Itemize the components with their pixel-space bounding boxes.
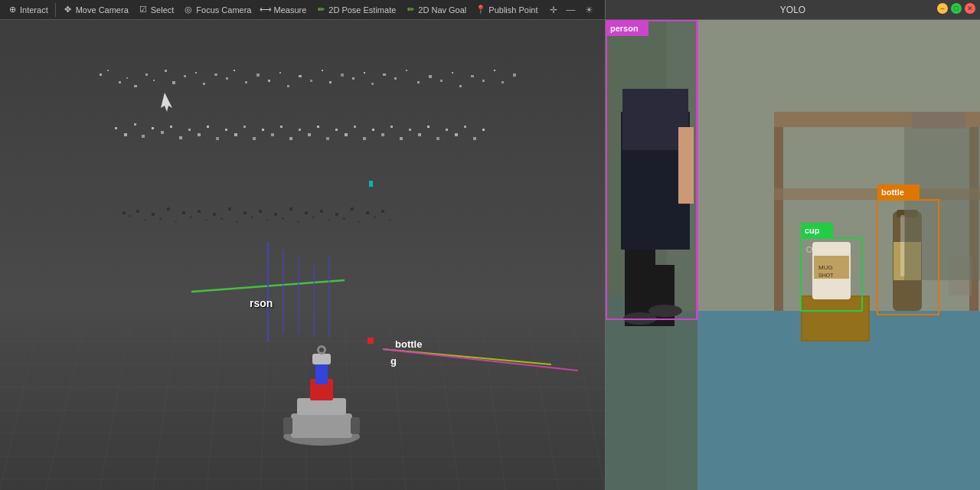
tool-2d-pose[interactable]: ✏ 2D Pose Estimate [312,3,400,17]
svg-rect-87 [312,216,315,218]
svg-text:person: person [610,24,639,33]
svg-rect-22 [107,70,109,71]
svg-rect-137 [473,137,476,140]
svg-rect-57 [471,75,474,77]
svg-rect-65 [144,219,146,221]
svg-rect-102 [152,127,154,129]
svg-rect-106 [188,129,191,131]
tool-publish-point[interactable]: 📍 Publish Point [472,3,541,17]
svg-rect-59 [494,70,495,71]
svg-rect-109 [216,137,219,140]
svg-rect-42 [310,80,312,82]
publish-point-icon: 📍 [475,5,486,15]
svg-rect-135 [455,133,458,136]
svg-rect-121 [326,137,329,140]
3d-viewport[interactable]: rson bottle g [0,20,605,490]
minus-icon[interactable]: — [564,3,579,17]
yolo-window-controls: – □ ✕ [937,3,975,14]
tool-2d-nav[interactable]: ✏ 2D Nav Goal [401,3,470,17]
svg-rect-89 [328,219,330,221]
sun-icon[interactable]: ☀ [582,3,596,17]
svg-rect-116 [280,126,283,128]
maximize-button[interactable]: □ [951,3,962,14]
nav-goal-icon: ✏ [405,5,416,15]
svg-rect-105 [179,136,182,139]
divider-1 [55,3,56,17]
svg-rect-125 [363,137,366,140]
svg-rect-95 [374,216,376,218]
svg-rect-61 [513,74,516,77]
svg-rect-53 [429,75,432,78]
svg-rect-177 [774,127,783,311]
svg-rect-92 [351,207,354,211]
tool-select[interactable]: ☑ Select [134,3,178,17]
svg-rect-63 [129,215,131,217]
svg-rect-40 [287,85,289,87]
svg-rect-29 [172,81,175,84]
plus-icon[interactable]: ✛ [547,3,560,17]
svg-rect-37 [256,74,260,77]
svg-rect-126 [372,129,374,131]
svg-point-172 [648,305,682,317]
move-camera-icon: ✥ [63,5,74,15]
svg-rect-119 [308,133,311,136]
svg-rect-152 [369,181,373,187]
svg-rect-192 [912,112,965,129]
svg-rect-107 [198,133,201,136]
svg-rect-123 [345,133,348,136]
svg-rect-93 [358,220,361,223]
svg-rect-32 [203,83,205,85]
svg-rect-91 [343,217,345,220]
svg-rect-103 [161,131,164,134]
select-icon: ☑ [138,5,149,15]
svg-rect-81 [266,219,269,221]
svg-rect-129 [400,137,403,140]
svg-rect-54 [440,80,443,82]
svg-rect-76 [228,207,231,211]
close-button[interactable]: ✕ [965,3,975,14]
svg-rect-88 [320,210,323,213]
svg-rect-80 [259,210,262,213]
svg-rect-160 [312,354,331,364]
svg-rect-175 [678,127,694,204]
svg-text:SHOT: SHOT [818,273,834,278]
svg-rect-43 [322,70,323,71]
svg-rect-191 [904,127,980,280]
svg-rect-136 [464,126,466,128]
svg-rect-66 [152,213,155,216]
svg-rect-56 [459,85,462,87]
tool-move-camera[interactable]: ✥ Move Camera [59,3,132,17]
svg-rect-100 [134,123,136,126]
svg-rect-45 [341,74,344,77]
tool-focus-camera[interactable]: ◎ Focus Camera [179,3,255,17]
svg-rect-120 [317,126,319,128]
svg-rect-133 [436,137,439,140]
svg-rect-128 [390,126,393,128]
svg-rect-117 [289,137,292,140]
tool-measure[interactable]: ⟷ Measure [256,3,310,17]
svg-rect-114 [262,129,264,131]
svg-rect-110 [225,129,227,131]
cursor [806,247,812,253]
svg-rect-24 [126,77,128,79]
pose-estimate-icon: ✏ [315,5,326,15]
svg-text:rson: rson [250,297,273,309]
svg-rect-78 [243,211,247,214]
svg-rect-73 [205,219,207,221]
robot-model [268,329,375,452]
extra-toolbar-icons: ✛ — ☀ [547,3,596,17]
svg-rect-48 [371,83,374,85]
svg-rect-115 [271,133,274,136]
svg-rect-82 [274,213,277,216]
svg-rect-69 [175,220,177,223]
svg-rect-71 [190,216,192,218]
minimize-button[interactable]: – [937,3,948,14]
svg-rect-33 [214,74,217,76]
svg-rect-30 [184,75,186,77]
svg-rect-35 [234,70,235,71]
tool-interact[interactable]: ⊕ Interact [3,3,52,17]
svg-rect-25 [134,85,137,87]
svg-rect-101 [142,135,145,138]
svg-rect-46 [352,77,354,80]
svg-rect-68 [167,207,170,211]
